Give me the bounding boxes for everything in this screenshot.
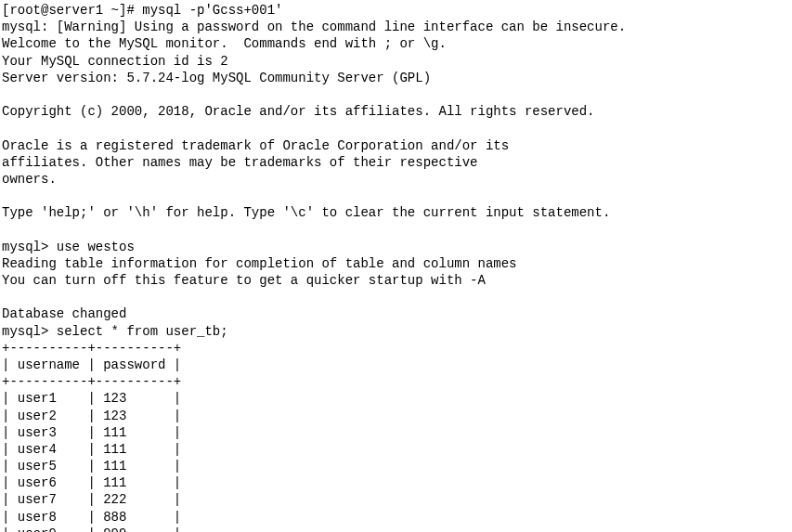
warning-line: mysql: [Warning] Using a password on the… (2, 19, 626, 34)
use-command[interactable]: use westos (57, 240, 135, 254)
table-row: | user4 | 111 | (2, 442, 181, 457)
table-row: | user1 | 123 | (2, 391, 181, 406)
terminal-prompt: [root@server1 ~]# (2, 3, 142, 18)
table-header: | username | password | (2, 357, 181, 372)
table-row: | user7 | 222 | (2, 492, 181, 507)
mysql-prompt: mysql> (2, 240, 57, 254)
feature-off-line: You can turn off this feature to get a q… (2, 273, 486, 288)
table-row: | user8 | 888 | (2, 510, 181, 525)
table-border: +----------+----------+ (2, 374, 181, 389)
connection-id-line: Your MySQL connection id is 2 (2, 54, 228, 69)
server-version-line: Server version: 5.7.24-log MySQL Communi… (2, 71, 431, 85)
table-row: | user9 | 999 | (2, 526, 181, 532)
trademark-line2: affiliates. Other names may be trademark… (2, 155, 477, 170)
command-input[interactable]: mysql -p'Gcss+001' (142, 3, 282, 18)
trademark-line1: Oracle is a registered trademark of Orac… (2, 138, 509, 153)
table-row: | user5 | 111 | (2, 459, 181, 474)
copyright-line: Copyright (c) 2000, 2018, Oracle and/or … (2, 104, 595, 119)
db-changed-line: Database changed (2, 306, 126, 321)
table-row: | user3 | 111 | (2, 425, 181, 440)
mysql-prompt: mysql> (2, 324, 57, 339)
help-line: Type 'help;' or '\h' for help. Type '\c'… (2, 205, 610, 220)
reading-table-line: Reading table information for completion… (2, 256, 517, 271)
table-border: +----------+----------+ (2, 341, 181, 356)
table-row: | user6 | 111 | (2, 475, 181, 490)
welcome-line: Welcome to the MySQL monitor. Commands e… (2, 36, 447, 51)
select-command[interactable]: select * from user_tb; (57, 324, 228, 339)
trademark-line3: owners. (2, 172, 57, 187)
table-row: | user2 | 123 | (2, 409, 181, 423)
